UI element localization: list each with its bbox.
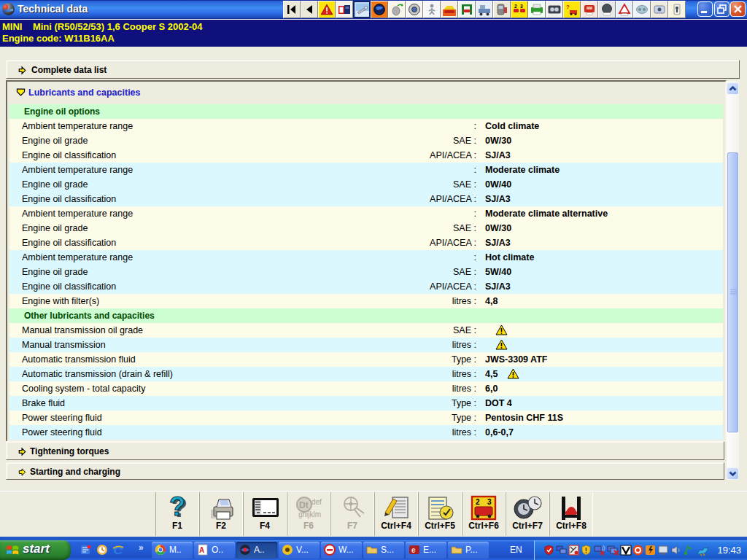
svg-text:2: 2: [476, 498, 480, 506]
svg-text:Dt: Dt: [299, 500, 309, 510]
svg-text:ghijklm: ghijklm: [298, 510, 321, 518]
svg-text:?: ?: [169, 495, 185, 521]
svg-text:3: 3: [520, 4, 523, 9]
svg-text:3: 3: [487, 498, 492, 506]
svg-text:?: ?: [566, 4, 570, 10]
svg-text:e: e: [411, 546, 416, 554]
svg-text:2: 2: [514, 4, 517, 9]
svg-text:A: A: [199, 546, 204, 554]
svg-text:def: def: [311, 498, 322, 506]
